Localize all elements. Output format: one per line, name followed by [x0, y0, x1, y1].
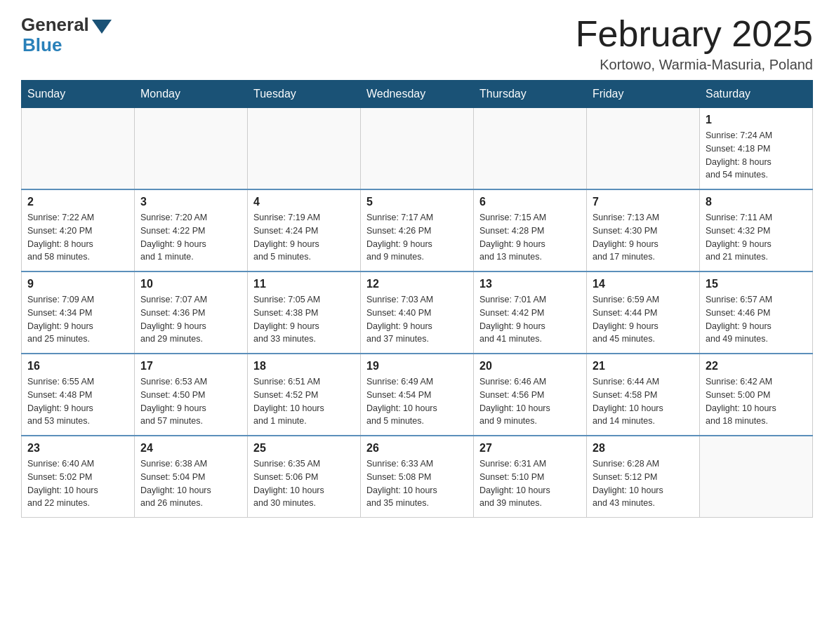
day-number: 11	[253, 278, 355, 290]
day-number: 27	[479, 442, 581, 455]
calendar-cell: 28Sunrise: 6:28 AMSunset: 5:12 PMDayligh…	[587, 436, 700, 518]
day-info: Sunrise: 6:55 AMSunset: 4:48 PMDaylight:…	[27, 375, 128, 428]
page-header: General Blue February 2025 Kortowo, Warm…	[21, 14, 813, 73]
day-number: 15	[706, 278, 807, 290]
header-friday: Friday	[587, 81, 700, 108]
day-info: Sunrise: 6:33 AMSunset: 5:08 PMDaylight:…	[366, 457, 468, 510]
calendar-cell	[248, 108, 361, 190]
day-info: Sunrise: 6:53 AMSunset: 4:50 PMDaylight:…	[140, 375, 241, 428]
day-number: 1	[706, 114, 807, 126]
day-number: 16	[27, 360, 128, 373]
day-info: Sunrise: 7:20 AMSunset: 4:22 PMDaylight:…	[140, 211, 241, 264]
calendar-cell: 27Sunrise: 6:31 AMSunset: 5:10 PMDayligh…	[474, 436, 587, 518]
day-info: Sunrise: 7:19 AMSunset: 4:24 PMDaylight:…	[253, 211, 355, 264]
calendar-cell: 19Sunrise: 6:49 AMSunset: 4:54 PMDayligh…	[361, 354, 474, 436]
calendar-cell: 16Sunrise: 6:55 AMSunset: 4:48 PMDayligh…	[22, 354, 135, 436]
calendar-cell	[361, 108, 474, 190]
day-info: Sunrise: 7:17 AMSunset: 4:26 PMDaylight:…	[366, 211, 468, 264]
calendar-cell: 23Sunrise: 6:40 AMSunset: 5:02 PMDayligh…	[22, 436, 135, 518]
day-number: 4	[253, 196, 355, 208]
calendar-week-4: 23Sunrise: 6:40 AMSunset: 5:02 PMDayligh…	[22, 436, 813, 518]
calendar-cell: 25Sunrise: 6:35 AMSunset: 5:06 PMDayligh…	[248, 436, 361, 518]
title-block: February 2025 Kortowo, Warmia-Masuria, P…	[576, 14, 813, 73]
day-info: Sunrise: 6:28 AMSunset: 5:12 PMDaylight:…	[593, 457, 694, 510]
day-number: 2	[27, 196, 128, 208]
day-info: Sunrise: 6:44 AMSunset: 4:58 PMDaylight:…	[593, 375, 694, 428]
day-number: 12	[366, 278, 468, 290]
calendar-cell: 7Sunrise: 7:13 AMSunset: 4:30 PMDaylight…	[587, 189, 700, 271]
calendar-cell	[587, 108, 700, 190]
calendar-cell: 4Sunrise: 7:19 AMSunset: 4:24 PMDaylight…	[248, 189, 361, 271]
day-info: Sunrise: 7:05 AMSunset: 4:38 PMDaylight:…	[253, 293, 355, 346]
calendar-cell	[22, 108, 135, 190]
calendar-week-3: 16Sunrise: 6:55 AMSunset: 4:48 PMDayligh…	[22, 354, 813, 436]
day-number: 13	[479, 278, 581, 290]
day-info: Sunrise: 6:38 AMSunset: 5:04 PMDaylight:…	[140, 457, 241, 510]
calendar-cell: 3Sunrise: 7:20 AMSunset: 4:22 PMDaylight…	[135, 189, 248, 271]
calendar-week-0: 1Sunrise: 7:24 AMSunset: 4:18 PMDaylight…	[22, 108, 813, 190]
logo: General Blue	[21, 14, 112, 56]
weekday-header-row: Sunday Monday Tuesday Wednesday Thursday…	[22, 81, 813, 108]
day-number: 6	[479, 196, 581, 208]
header-wednesday: Wednesday	[361, 81, 474, 108]
day-info: Sunrise: 6:40 AMSunset: 5:02 PMDaylight:…	[27, 457, 128, 510]
logo-blue-text: Blue	[22, 34, 62, 56]
calendar-table: Sunday Monday Tuesday Wednesday Thursday…	[21, 80, 813, 518]
calendar-cell: 11Sunrise: 7:05 AMSunset: 4:38 PMDayligh…	[248, 271, 361, 354]
header-monday: Monday	[135, 81, 248, 108]
day-info: Sunrise: 6:42 AMSunset: 5:00 PMDaylight:…	[706, 375, 807, 428]
month-title: February 2025	[576, 14, 813, 54]
day-info: Sunrise: 7:09 AMSunset: 4:34 PMDaylight:…	[27, 293, 128, 346]
day-info: Sunrise: 6:51 AMSunset: 4:52 PMDaylight:…	[253, 375, 355, 428]
day-number: 24	[140, 442, 241, 455]
calendar-cell: 2Sunrise: 7:22 AMSunset: 4:20 PMDaylight…	[22, 189, 135, 271]
calendar-cell: 17Sunrise: 6:53 AMSunset: 4:50 PMDayligh…	[135, 354, 248, 436]
calendar-cell: 26Sunrise: 6:33 AMSunset: 5:08 PMDayligh…	[361, 436, 474, 518]
day-number: 23	[27, 442, 128, 455]
day-number: 18	[253, 360, 355, 373]
calendar-cell: 24Sunrise: 6:38 AMSunset: 5:04 PMDayligh…	[135, 436, 248, 518]
day-info: Sunrise: 7:15 AMSunset: 4:28 PMDaylight:…	[479, 211, 581, 264]
calendar-cell: 13Sunrise: 7:01 AMSunset: 4:42 PMDayligh…	[474, 271, 587, 354]
day-number: 14	[593, 278, 694, 290]
day-info: Sunrise: 7:07 AMSunset: 4:36 PMDaylight:…	[140, 293, 241, 346]
day-info: Sunrise: 7:22 AMSunset: 4:20 PMDaylight:…	[27, 211, 128, 264]
calendar-cell: 1Sunrise: 7:24 AMSunset: 4:18 PMDaylight…	[700, 108, 813, 190]
day-info: Sunrise: 7:03 AMSunset: 4:40 PMDaylight:…	[366, 293, 468, 346]
calendar-cell: 20Sunrise: 6:46 AMSunset: 4:56 PMDayligh…	[474, 354, 587, 436]
header-sunday: Sunday	[22, 81, 135, 108]
day-number: 7	[593, 196, 694, 208]
day-number: 26	[366, 442, 468, 455]
day-number: 22	[706, 360, 807, 373]
day-info: Sunrise: 6:46 AMSunset: 4:56 PMDaylight:…	[479, 375, 581, 428]
day-number: 21	[593, 360, 694, 373]
calendar-cell	[700, 436, 813, 518]
day-number: 17	[140, 360, 241, 373]
calendar-cell: 22Sunrise: 6:42 AMSunset: 5:00 PMDayligh…	[700, 354, 813, 436]
calendar-cell: 9Sunrise: 7:09 AMSunset: 4:34 PMDaylight…	[22, 271, 135, 354]
day-info: Sunrise: 7:13 AMSunset: 4:30 PMDaylight:…	[593, 211, 694, 264]
logo-arrow-icon	[92, 20, 112, 34]
day-info: Sunrise: 7:24 AMSunset: 4:18 PMDaylight:…	[706, 129, 807, 182]
header-thursday: Thursday	[474, 81, 587, 108]
calendar-cell: 6Sunrise: 7:15 AMSunset: 4:28 PMDaylight…	[474, 189, 587, 271]
day-info: Sunrise: 6:49 AMSunset: 4:54 PMDaylight:…	[366, 375, 468, 428]
calendar-cell: 14Sunrise: 6:59 AMSunset: 4:44 PMDayligh…	[587, 271, 700, 354]
calendar-cell: 15Sunrise: 6:57 AMSunset: 4:46 PMDayligh…	[700, 271, 813, 354]
day-number: 3	[140, 196, 241, 208]
day-number: 19	[366, 360, 468, 373]
calendar-cell: 21Sunrise: 6:44 AMSunset: 4:58 PMDayligh…	[587, 354, 700, 436]
day-info: Sunrise: 6:31 AMSunset: 5:10 PMDaylight:…	[479, 457, 581, 510]
day-number: 5	[366, 196, 468, 208]
day-info: Sunrise: 6:57 AMSunset: 4:46 PMDaylight:…	[706, 293, 807, 346]
calendar-week-2: 9Sunrise: 7:09 AMSunset: 4:34 PMDaylight…	[22, 271, 813, 354]
header-saturday: Saturday	[700, 81, 813, 108]
calendar-week-1: 2Sunrise: 7:22 AMSunset: 4:20 PMDaylight…	[22, 189, 813, 271]
location: Kortowo, Warmia-Masuria, Poland	[576, 57, 813, 73]
day-info: Sunrise: 6:59 AMSunset: 4:44 PMDaylight:…	[593, 293, 694, 346]
logo-general-text: General	[21, 14, 89, 36]
calendar-cell	[135, 108, 248, 190]
day-number: 9	[27, 278, 128, 290]
calendar-cell: 10Sunrise: 7:07 AMSunset: 4:36 PMDayligh…	[135, 271, 248, 354]
day-info: Sunrise: 7:11 AMSunset: 4:32 PMDaylight:…	[706, 211, 807, 264]
